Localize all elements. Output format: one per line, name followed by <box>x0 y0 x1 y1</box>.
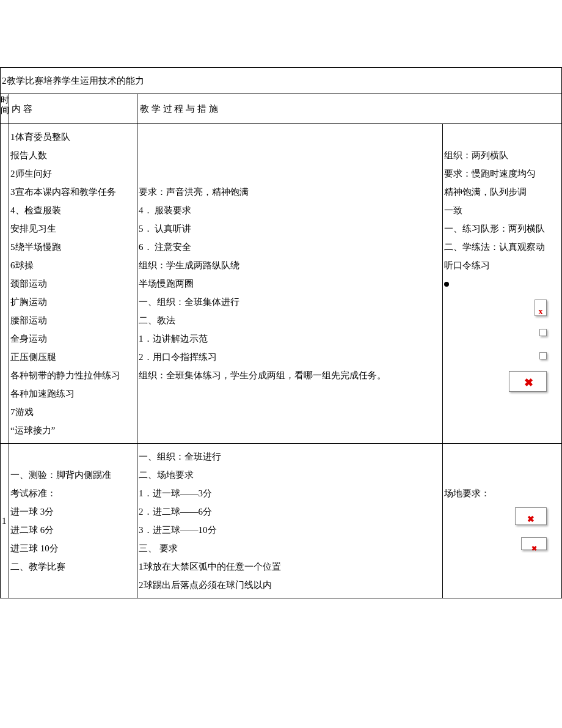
content-line: 腰部运动 <box>10 311 134 329</box>
process-line: 三、 要求 <box>139 539 440 557</box>
process-line: 二、场地要求 <box>139 466 440 484</box>
content-line: 进三球 10分 <box>10 539 134 557</box>
header-process: 教 学 过 程 与 措 施 <box>137 94 562 124</box>
section-1-org: 组织：两列横队 要求：慢跑时速度均匀 精神饱满，队列步调 一致 一、练习队形：两… <box>443 124 562 444</box>
process-line: 组织：全班集体练习，学生分成两组，看哪一组先完成任务。 <box>139 366 440 384</box>
section-2-process: 一、组织：全班进行 二、场地要求 1．进一球——3分 2．进二球——6分 3．进… <box>137 444 443 598</box>
content-line: 各种加速跑练习 <box>10 384 134 403</box>
image-placeholder-group: ✖ ✖ <box>444 502 559 552</box>
section-2-content: 一、测验：脚背内侧踢准 考试标准： 进一球 3分 进二球 6分 进三球 10分 … <box>9 444 137 598</box>
org-line: 听口令练习 <box>444 256 559 274</box>
org-line: 二、学练法：认真观察动 <box>444 238 559 256</box>
content-line <box>10 447 134 466</box>
org-line: 组织：两列横队 <box>444 146 559 164</box>
section-2-time: 1 <box>1 444 9 598</box>
org-line <box>444 128 559 146</box>
content-line: 正压侧压腿 <box>10 348 134 366</box>
org-line: 精神饱满，队列步调 <box>444 183 559 201</box>
lesson-plan-table: 2教学比赛培养学生运用技术的能力 时间时间 内 容 教 学 过 程 与 措 施 … <box>0 67 562 598</box>
content-line: 进一球 3分 <box>10 502 134 521</box>
content-line: 2师生问好 <box>10 164 134 183</box>
process-line: 2球踢出后落点必须在球门线以内 <box>139 576 440 594</box>
top-note-text: 2教学比赛培养学生运用技术的能力 <box>2 76 144 86</box>
process-line <box>139 164 440 183</box>
org-line: 要求：慢跑时速度均匀 <box>444 164 559 183</box>
content-line: 全身运动 <box>10 329 134 348</box>
content-line: 5绕半场慢跑 <box>10 238 134 256</box>
org-line <box>444 466 559 484</box>
header-row: 时间时间 内 容 教 学 过 程 与 措 施 <box>1 94 562 124</box>
broken-image-icon: ✖ <box>521 537 547 550</box>
org-line: 场地要求： <box>444 484 559 502</box>
content-line: 4、检查服装 <box>10 201 134 219</box>
org-line: 一、练习队形：两列横队 <box>444 219 559 238</box>
section-2-time-text: 1 <box>2 516 7 526</box>
top-note-row: 2教学比赛培养学生运用技术的能力 <box>1 68 562 94</box>
content-line: 二、教学比赛 <box>10 557 134 576</box>
content-line: 报告人数 <box>10 146 134 164</box>
section-1-row: 1体育委员整队 报告人数 2师生问好 3宣布本课内容和教学任务 4、检查服装 安… <box>1 124 562 444</box>
header-process-text: 教 学 过 程 与 措 施 <box>140 104 218 114</box>
broken-image-icon: ✖ <box>515 507 547 525</box>
image-placeholder-group: x ✖ <box>444 293 559 392</box>
content-line: “运球接力” <box>10 421 134 439</box>
content-line: 1体育委员整队 <box>10 128 134 146</box>
process-line: 一、组织：全班进行 <box>139 447 440 466</box>
process-line: 2．用口令指挥练习 <box>139 348 440 366</box>
process-line: 1．边讲解边示范 <box>139 329 440 348</box>
header-content-text: 内 容 <box>12 104 32 114</box>
content-line: 扩胸运动 <box>10 293 134 311</box>
process-line: 要求：声音洪亮，精神饱满 <box>139 183 440 201</box>
broken-image-icon <box>539 329 547 336</box>
org-line: 一致 <box>444 201 559 219</box>
section-2-row: 1 一、测验：脚背内侧踢准 考试标准： 进一球 3分 进二球 6分 进三球 10… <box>1 444 562 598</box>
org-line <box>444 274 559 293</box>
content-line: 3宣布本课内容和教学任务 <box>10 183 134 201</box>
process-line: 组织：学生成两路纵队绕 <box>139 256 440 274</box>
content-line: 7游戏 <box>10 403 134 421</box>
content-line: 安排见习生 <box>10 219 134 238</box>
process-line: 一、组织：全班集体进行 <box>139 293 440 311</box>
content-line: 各种韧带的静力性拉伸练习 <box>10 366 134 384</box>
section-2-org: 场地要求： ✖ ✖ <box>443 444 562 598</box>
section-1-process: 要求：声音洪亮，精神饱满 4． 服装要求 5． 认真听讲 6． 注意安全 组织：… <box>137 124 443 444</box>
bullet-dot-icon <box>444 282 449 287</box>
section-1-time <box>1 124 9 444</box>
process-line: 6． 注意安全 <box>139 238 440 256</box>
section-1-content: 1体育委员整队 报告人数 2师生问好 3宣布本课内容和教学任务 4、检查服装 安… <box>9 124 137 444</box>
top-note-cell: 2教学比赛培养学生运用技术的能力 <box>1 68 562 94</box>
header-content: 内 容 <box>9 94 137 124</box>
broken-image-icon <box>539 352 547 359</box>
broken-image-icon: ✖ <box>509 371 547 392</box>
content-line: 6球操 <box>10 256 134 274</box>
org-line <box>444 447 559 466</box>
process-line: 半场慢跑两圈 <box>139 274 440 293</box>
content-line: 颈部运动 <box>10 274 134 293</box>
process-line: 1．进一球——3分 <box>139 484 440 502</box>
content-line: 考试标准： <box>10 484 134 502</box>
process-line: 2．进二球——6分 <box>139 502 440 521</box>
content-line: 一、测验：脚背内侧踢准 <box>10 466 134 484</box>
process-line <box>139 146 440 164</box>
process-line: 5． 认真听讲 <box>139 219 440 238</box>
process-line: 3．进三球——10分 <box>139 521 440 539</box>
process-line: 1球放在大禁区弧中的任意一个位置 <box>139 557 440 576</box>
broken-image-icon: x <box>535 300 547 316</box>
process-line <box>139 128 440 146</box>
process-line: 二、教法 <box>139 311 440 329</box>
header-time: 时间时间 <box>1 94 9 124</box>
content-line: 进二球 6分 <box>10 521 134 539</box>
process-line: 4． 服装要求 <box>139 201 440 219</box>
